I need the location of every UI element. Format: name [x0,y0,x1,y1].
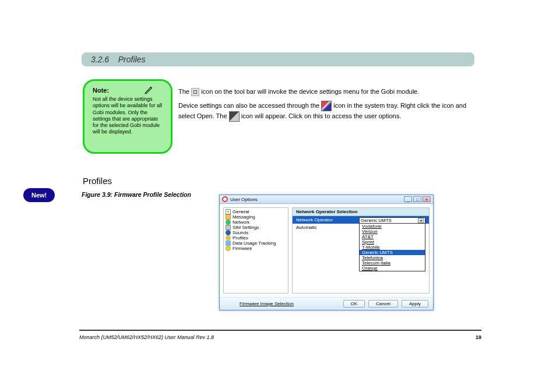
tree-item-label: Network [233,220,249,225]
folder-icon [226,214,231,220]
tree-item[interactable]: Firmware [225,246,287,251]
user-options-dialog: User Options _ □ × +GeneralMessagingNetw… [219,195,434,310]
right-panel: Network Operator Selection Network Opera… [292,207,430,294]
apply-button[interactable]: Apply [402,300,428,308]
tree-item-label: Firmware [233,246,252,251]
stop-icon [191,88,199,96]
profiles-heading: Profiles [83,176,112,186]
dropdown-item[interactable]: AT&T [360,234,425,239]
body-paragraphs: The icon on the tool bar will invoke the… [178,87,481,126]
row-label: Network Operator [296,217,359,223]
settings-tree[interactable]: +GeneralMessagingNetworkSIM SettingsSoun… [223,207,288,294]
footer-rule [79,330,481,331]
dropdown-item[interactable]: Sprint [360,239,425,245]
tree-item-label: Profiles [233,235,248,241]
tray-app-icon [321,101,332,111]
tree-item[interactable]: Profiles [225,235,287,241]
plus-icon: + [226,209,231,214]
sim-icon [226,225,231,230]
close-button[interactable]: × [423,196,431,202]
wrench-icon [229,111,240,122]
cancel-button[interactable]: Cancel [368,300,398,308]
tree-item[interactable]: Messaging [225,214,287,220]
prof-icon [226,235,231,241]
panel-title: Network Operator Selection [293,208,429,216]
section-number: 3.2.6 [91,55,109,64]
dropdown-current: Generic UMTS [361,218,392,223]
note-text: Not all the device settings options will… [93,96,163,136]
tree-item[interactable]: +General [225,209,287,214]
tree-item-label: Data Usage Tracking [233,241,276,246]
tree-item-label: Messaging [233,214,255,220]
tree-item[interactable]: Network [225,220,287,225]
tree-item[interactable]: SIM Settings [225,225,287,230]
section-title: Profiles [118,55,146,64]
new-badge: New! [23,188,55,202]
sound-icon [226,230,231,235]
dropdown-item[interactable]: Telefonica [360,255,425,260]
dropdown-item[interactable]: Orange [360,266,425,271]
chevron-down-icon[interactable]: ▾ [418,218,424,223]
tree-item-label: SIM Settings [233,225,259,230]
tree-item[interactable]: Data Usage Tracking [225,241,287,246]
fw-icon [226,246,231,251]
note-box: Note: Not all the device settings option… [83,79,173,154]
note-label: Note: [93,87,109,94]
usage-icon [226,241,231,246]
row-label: Automatic [296,225,359,230]
minimize-button[interactable]: _ [404,196,412,202]
maximize-button[interactable]: □ [413,196,421,202]
dialog-titlebar[interactable]: User Options _ □ × [220,195,433,204]
tree-item-label: Sounds [233,230,248,235]
ok-button[interactable]: OK [343,300,365,308]
network-operator-dropdown[interactable]: Generic UMTS ▾ VodafoneVerizonAT&TSprint… [359,217,425,271]
dropdown-item[interactable]: Verizon [360,229,425,234]
tree-item-label: General [233,209,249,214]
dialog-footer: Firmware Image Selection OK Cancel Apply [220,297,433,310]
dropdown-item[interactable]: T-Mobile [360,245,425,250]
section-header: 3.2.6 Profiles [82,52,474,66]
dropdown-item[interactable]: Generic UMTS [360,250,425,255]
dialog-title: User Options [230,197,258,202]
dropdown-item[interactable]: Telecom Italia [360,260,425,266]
tree-item[interactable]: Sounds [225,230,287,235]
globe-icon [226,220,231,225]
dropdown-item[interactable]: Vodafone [360,224,425,229]
dropdown-list[interactable]: VodafoneVerizonAT&TSprintT-MobileGeneric… [360,224,425,271]
figure-caption: Figure 3.9: Firmware Profile Selection [82,191,191,198]
footer-left: Monarch (UM52/UM62/HX52/HX62) User Manua… [79,334,214,340]
footer-page-number: 19 [476,334,481,340]
pen-icon [144,84,154,95]
app-icon [222,196,228,202]
firmware-image-link[interactable]: Firmware Image Selection [240,301,294,306]
